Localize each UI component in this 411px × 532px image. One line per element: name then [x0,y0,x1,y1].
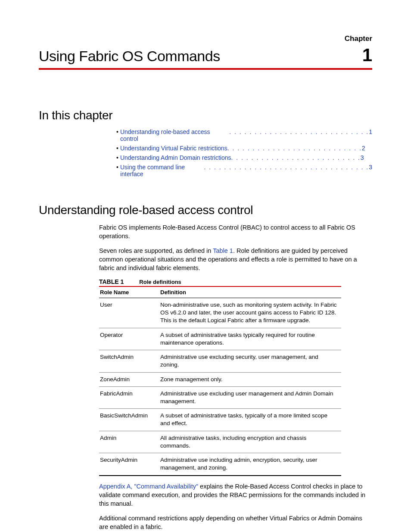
table-row: AdminAll administrative tasks, including… [99,431,341,453]
toc-text: Using the command line interface [120,164,204,177]
table-body: UserNon-administrative use, such as moni… [99,298,341,476]
table-row: BasicSwitchAdminA subset of administrati… [99,409,341,431]
toc-dots: . . . . . . . . . . . . . . . . . . . . … [204,164,369,177]
table-row: UserNon-administrative use, such as moni… [99,298,341,328]
toc-text: Understanding Virtual Fabric restriction… [120,145,227,152]
chapter-header: Using Fabric OS Commands 1 [39,45,372,70]
table-row: OperatorA subset of administrative tasks… [99,328,341,350]
td-role: User [99,298,159,328]
td-def: Administrative use including admin, encr… [159,453,341,476]
table-row: SecurityAdminAdministrative use includin… [99,453,341,476]
toc-page: 3 [369,164,372,177]
td-def: Administrative use excluding user manage… [159,386,341,408]
td-role: SecurityAdmin [99,453,159,476]
td-role: SwitchAdmin [99,350,159,372]
role-definitions-table: Role Name Definition UserNon-administrat… [99,286,341,476]
table-row: SwitchAdminAdministrative use excluding … [99,350,341,372]
toc-dots: . . . . . . . . . . . . . . . . . . . . … [227,145,362,152]
td-def: A subset of administrative tasks, typica… [159,409,341,431]
toc-page: 3 [361,154,364,161]
td-role: Operator [99,328,159,350]
toc-page: 2 [362,145,365,152]
toc-text: Understanding Admin Domain restrictions [120,154,231,161]
paragraph: Seven roles are supported, as defined in… [99,246,372,272]
chapter-title: Using Fabric OS Commands [39,48,220,65]
bullet-icon: • [116,164,118,177]
link-table1[interactable]: Table 1 [213,247,233,254]
td-def: A subset of administrative tasks typical… [159,328,341,350]
toc-list: • Understanding role-based access contro… [116,128,372,177]
bullet-icon: • [116,145,118,152]
paragraph: Fabric OS implements Role-Based Access C… [99,223,372,240]
table-row: FabricAdminAdministrative use excluding … [99,386,341,408]
toc-item[interactable]: • Understanding Admin Domain restriction… [116,154,372,161]
table-row: ZoneAdminZone management only. [99,372,341,386]
toc-text: Understanding role-based access control [120,128,229,142]
toc-item[interactable]: • Understanding Virtual Fabric restricti… [116,145,372,152]
toc-item[interactable]: • Using the command line interface . . .… [116,164,372,177]
chapter-number: 1 [362,45,372,65]
table-name: Role definitions [139,279,181,285]
bullet-icon: • [116,154,118,161]
table-header-row: Role Name Definition [99,286,341,298]
td-role: Admin [99,431,159,453]
table-caption: TABLE 1 Role definitions [99,278,372,285]
toc-item[interactable]: • Understanding role-based access contro… [116,128,372,142]
td-role: FabricAdmin [99,386,159,408]
paragraph: Appendix A, "Command Availability" expla… [99,482,372,508]
td-role: BasicSwitchAdmin [99,409,159,431]
toc-dots: . . . . . . . . . . . . . . . . . . . . … [229,128,369,142]
text-run: Seven roles are supported, as defined in [99,247,213,254]
td-def: All administrative tasks, including encr… [159,431,341,453]
link-appendix-a[interactable]: Appendix A, "Command Availability" [99,483,198,490]
section-in-this-chapter: In this chapter [39,109,372,122]
table-label: TABLE 1 [99,278,124,285]
toc-dots: . . . . . . . . . . . . . . . . . . . . … [231,154,360,161]
td-def: Administrative use excluding security, u… [159,350,341,372]
th-role: Role Name [99,286,159,298]
paragraph: Additional command restrictions apply de… [99,514,372,531]
th-definition: Definition [159,286,341,298]
td-def: Zone management only. [159,372,341,386]
toc-page: 1 [369,128,372,142]
td-role: ZoneAdmin [99,372,159,386]
bullet-icon: • [116,128,118,142]
td-def: Non-administrative use, such as monitori… [159,298,341,328]
section-rbac: Understanding role-based access control [39,203,372,217]
chapter-label: Chapter [39,34,372,43]
